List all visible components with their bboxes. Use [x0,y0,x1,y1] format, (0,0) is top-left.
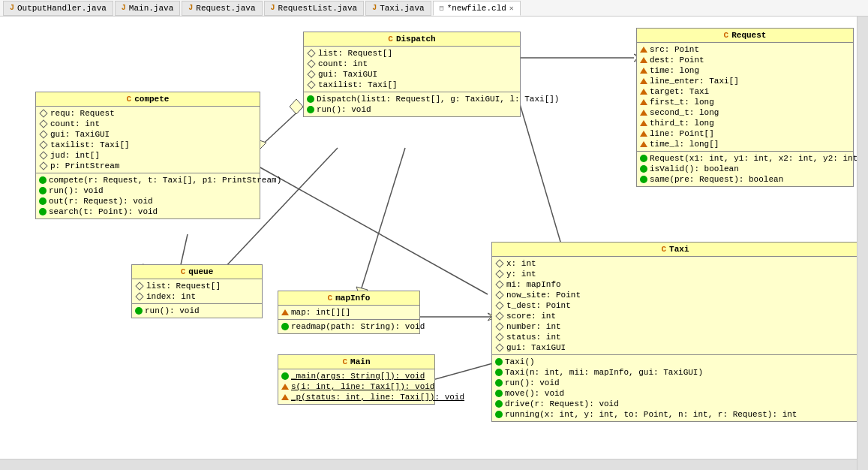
field-row: count: int [307,59,517,69]
mapinfo-header: C mapInfo [278,291,419,306]
field-row: y: int [495,269,855,279]
field-row: score: int [495,311,855,321]
field-icon [640,141,647,147]
method-row: readmap(path: String): void [281,321,416,332]
field-row: time: long [640,65,850,76]
tab-requestlist[interactable]: J RequestList.java [264,1,365,16]
field-icon [640,89,647,95]
method-icon [307,95,314,103]
request-methods: Request(x1: int, y1: int, x2: int, y2: i… [637,152,853,186]
mapinfo-fields: map: int[][] [278,306,419,320]
field-row: t_dest: Point [495,300,855,311]
java-icon: J [122,4,126,12]
tab-newfile[interactable]: ⊟ *newfile.cld ✕ [433,1,521,16]
compete-header: C compete [36,92,260,107]
compete-fields: requ: Request count: int gui: TaxiGUI ta… [36,107,260,173]
method-icon [640,155,647,162]
field-icon [495,343,503,351]
method-row: Request(x1: int, y1: int, x2: int, y2: i… [640,153,850,164]
field-row: second_t: long [640,107,850,118]
method-icon [495,358,503,366]
field-icon [39,109,47,117]
queue-class: C queue list: Request[] index: int run()… [131,264,263,318]
field-icon [281,394,289,400]
field-icon [495,280,503,288]
tab-label: *newfile.cld [447,4,506,13]
method-icon [640,165,647,173]
scrollbar-vertical[interactable] [857,17,868,470]
java-icon: J [10,4,14,12]
tab-label: Taxi.java [380,4,424,13]
field-icon [640,68,647,74]
field-icon [39,140,47,149]
tab-request[interactable]: J Request.java [182,1,262,16]
canvas-area[interactable]: C Dispatch list: Request[] count: int gu… [0,17,868,470]
field-icon [495,270,503,278]
svg-line-7 [259,167,488,294]
field-icon [135,292,143,300]
svg-marker-14 [290,99,303,114]
method-icon [39,176,47,184]
tab-label: Main.java [129,4,173,13]
dispatch-fields: list: Request[] count: int gui: TaxiGUI … [304,47,520,92]
method-row: Dispatch(list1: Request[], g: TaxiGUI, l… [307,94,517,104]
field-icon [307,49,315,57]
dispatch-methods: Dispatch(list1: Request[], g: TaxiGUI, l… [304,92,520,116]
method-row: isValid(): boolean [640,164,850,174]
tab-taxi[interactable]: J Taxi.java [365,1,431,16]
tab-label: Request.java [196,4,255,13]
field-icon [39,119,47,128]
method-row: run(): void [135,306,259,316]
java-icon: J [372,4,377,12]
method-row: running(x: int, y: int, to: Point, n: in… [495,409,855,420]
queue-header: C queue [132,265,262,279]
tab-bar: J OutputHandler.java J Main.java J Reque… [0,0,868,17]
method-row: same(pre: Request): boolean [640,174,850,185]
method-icon [495,369,503,376]
method-row: run(): void [307,104,517,115]
field-row: gui: TaxiGUI [307,69,517,80]
field-row: src: Point [640,44,850,55]
field-icon [495,333,503,341]
taxi-class: C Taxi x: int y: int mi: mapInfo now_sit… [491,242,859,422]
method-row: search(t: Point): void [39,206,257,217]
main-methods: _main(args: String[]): void s(i: int, li… [278,369,434,404]
field-row: map: int[][] [281,307,416,318]
dispatch-class: C Dispatch list: Request[] count: int gu… [303,32,521,117]
method-row: s(i: int, line: Taxi[]): void [281,381,431,392]
field-row: mi: mapInfo [495,279,855,290]
field-row: status: int [495,332,855,342]
taxi-header: C Taxi [492,243,858,257]
field-icon [640,131,647,137]
field-icon [307,59,315,68]
field-row: requ: Request [39,108,257,119]
method-icon [39,197,47,205]
method-row: Taxi() [495,357,855,367]
field-icon [495,322,503,330]
taxi-fields: x: int y: int mi: mapInfo now_site: Poin… [492,257,858,355]
field-icon [640,99,647,105]
field-row: p: PrintStream [39,161,257,171]
tab-label: OutputHandler.java [17,4,107,13]
tab-outputhandler[interactable]: J OutputHandler.java [3,1,113,16]
scrollbar-horizontal[interactable] [0,459,857,470]
svg-line-8 [180,234,188,268]
field-icon [307,70,315,78]
method-icon [281,323,289,330]
field-icon [281,309,289,315]
field-row: number: int [495,321,855,332]
field-row: gui: TaxiGUI [495,342,855,353]
main-class: C Main _main(args: String[]): void s(i: … [278,354,435,405]
field-row: list: Request[] [307,48,517,59]
close-icon[interactable]: ✕ [509,4,514,13]
field-icon [495,301,503,309]
method-icon [495,411,503,418]
field-row: taxilist: Taxi[] [39,140,257,150]
queue-methods: run(): void [132,304,262,318]
field-row: count: int [39,119,257,129]
field-row: index: int [135,291,259,302]
method-row: _p(status: int, line: Taxi[]): void [281,392,431,402]
method-icon [39,187,47,194]
method-row: Taxi(n: int, mii: mapInfo, gui: TaxiGUI) [495,367,855,378]
tab-main[interactable]: J Main.java [115,1,180,16]
